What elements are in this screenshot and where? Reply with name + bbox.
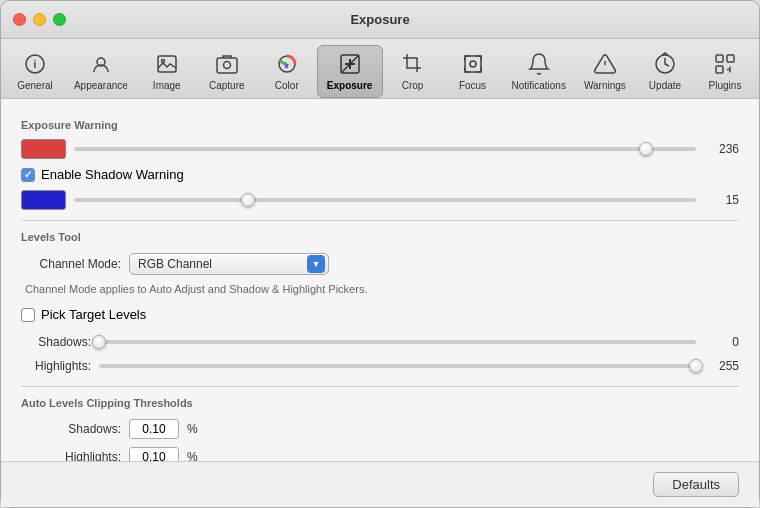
svg-rect-3	[158, 56, 176, 72]
clipping-shadows-input[interactable]	[129, 419, 179, 439]
tab-exposure[interactable]: Exposure	[317, 45, 383, 98]
tab-appearance[interactable]: Appearance	[65, 46, 137, 97]
clipping-highlights-label: Highlights:	[21, 450, 121, 461]
highlight-slider[interactable]	[74, 139, 696, 159]
traffic-lights	[13, 13, 66, 26]
shadow-slider-value: 15	[704, 193, 739, 207]
exposure-icon	[336, 50, 364, 78]
svg-rect-9	[465, 56, 481, 72]
clipping-highlights-input[interactable]	[129, 447, 179, 461]
tab-capture[interactable]: Capture	[197, 46, 257, 97]
warnings-icon	[591, 50, 619, 78]
tab-color[interactable]: Color	[257, 46, 317, 97]
shadow-slider-row: 15	[21, 190, 739, 210]
tab-warnings[interactable]: Warnings	[575, 46, 635, 97]
focus-icon	[459, 50, 487, 78]
tab-update[interactable]: Update	[635, 46, 695, 97]
tab-plugins[interactable]: Plugins	[695, 46, 755, 97]
svg-text:i: i	[34, 59, 37, 70]
close-button[interactable]	[13, 13, 26, 26]
defaults-button[interactable]: Defaults	[653, 472, 739, 497]
tab-notifications-label: Notifications	[511, 80, 565, 91]
general-icon: i	[21, 50, 49, 78]
tab-focus-label: Focus	[459, 80, 486, 91]
svg-rect-16	[716, 66, 723, 73]
pick-target-checkbox[interactable]	[21, 308, 35, 322]
channel-mode-row: Channel Mode: RGB Channel Red Channel Gr…	[21, 253, 739, 275]
highlights-picker-value: 255	[704, 359, 739, 373]
clipping-highlights-row: Highlights: %	[21, 447, 739, 461]
highlights-picker-slider[interactable]	[99, 356, 696, 376]
pick-target-label: Pick Target Levels	[41, 307, 146, 322]
clipping-shadows-label: Shadows:	[21, 422, 121, 436]
channel-mode-select-wrapper: RGB Channel Red Channel Green Channel Bl…	[129, 253, 329, 275]
tab-color-label: Color	[275, 80, 299, 91]
highlight-color-swatch[interactable]	[21, 139, 66, 159]
pick-target-row: Pick Target Levels	[21, 307, 739, 322]
svg-rect-15	[727, 55, 734, 62]
clipping-highlights-unit: %	[187, 450, 198, 461]
tab-image[interactable]: Image	[137, 46, 197, 97]
window-title: Exposure	[350, 12, 409, 27]
tab-general[interactable]: i General	[5, 46, 65, 97]
tab-warnings-label: Warnings	[584, 80, 626, 91]
main-window: Exposure i General Appearance	[0, 0, 760, 508]
svg-point-10	[470, 61, 476, 67]
shadow-warning-checkbox[interactable]: ✓	[21, 168, 35, 182]
minimize-button[interactable]	[33, 13, 46, 26]
notifications-icon	[525, 50, 553, 78]
clipping-shadows-row: Shadows: %	[21, 419, 739, 439]
tab-general-label: General	[17, 80, 53, 91]
divider-1	[21, 220, 739, 221]
channel-mode-label: Channel Mode:	[21, 257, 121, 271]
highlights-picker-label: Highlights:	[21, 359, 91, 373]
highlights-picker-row: Highlights: 255	[21, 356, 739, 376]
crop-icon	[399, 50, 427, 78]
highlight-slider-row: 236	[21, 139, 739, 159]
svg-point-6	[223, 62, 230, 69]
plugins-icon	[711, 50, 739, 78]
highlight-slider-value: 236	[704, 142, 739, 156]
title-bar: Exposure	[1, 1, 759, 39]
shadow-warning-label: Enable Shadow Warning	[41, 167, 184, 182]
toolbar: i General Appearance	[1, 39, 759, 99]
channel-mode-hint: Channel Mode applies to Auto Adjust and …	[21, 283, 739, 295]
shadows-picker-slider[interactable]	[99, 332, 696, 352]
check-icon: ✓	[24, 169, 32, 180]
svg-rect-14	[716, 55, 723, 62]
tab-exposure-label: Exposure	[327, 80, 373, 91]
tab-notifications[interactable]: Notifications	[503, 46, 575, 97]
channel-mode-select[interactable]: RGB Channel Red Channel Green Channel Bl…	[129, 253, 329, 275]
tab-crop-label: Crop	[402, 80, 424, 91]
bottom-bar: Defaults	[1, 461, 759, 507]
appearance-icon	[87, 50, 115, 78]
shadows-picker-label: Shadows:	[21, 335, 91, 349]
shadows-picker-value: 0	[704, 335, 739, 349]
exposure-warning-title: Exposure Warning	[21, 119, 739, 131]
tab-appearance-label: Appearance	[74, 80, 128, 91]
clipping-title: Auto Levels Clipping Thresholds	[21, 397, 739, 409]
maximize-button[interactable]	[53, 13, 66, 26]
clipping-shadows-unit: %	[187, 422, 198, 436]
shadows-picker-row: Shadows: 0	[21, 332, 739, 352]
shadow-color-swatch[interactable]	[21, 190, 66, 210]
capture-icon	[213, 50, 241, 78]
update-icon	[651, 50, 679, 78]
shadow-warning-row: ✓ Enable Shadow Warning	[21, 167, 739, 182]
tab-crop[interactable]: Crop	[383, 46, 443, 97]
image-icon	[153, 50, 181, 78]
levels-tool-title: Levels Tool	[21, 231, 739, 243]
tab-capture-label: Capture	[209, 80, 245, 91]
tab-focus[interactable]: Focus	[443, 46, 503, 97]
tab-image-label: Image	[153, 80, 181, 91]
shadow-slider[interactable]	[74, 190, 696, 210]
tab-update-label: Update	[649, 80, 681, 91]
svg-rect-5	[217, 58, 237, 73]
divider-2	[21, 386, 739, 387]
tab-plugins-label: Plugins	[709, 80, 742, 91]
svg-point-4	[161, 60, 164, 63]
content-area: Exposure Warning 236 ✓ Enable Shadow War…	[1, 99, 759, 461]
color-icon	[273, 50, 301, 78]
